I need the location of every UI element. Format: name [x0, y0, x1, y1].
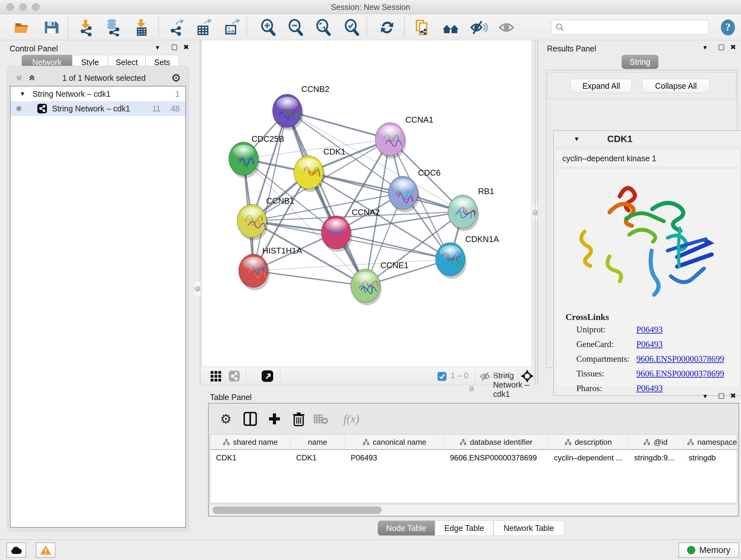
home-string-button[interactable] [441, 18, 460, 37]
table-cell[interactable]: P06493 [345, 451, 444, 464]
gene-header[interactable]: ▼ CDK1 [554, 131, 741, 147]
show-columns-button[interactable] [242, 411, 259, 427]
crosslink-link[interactable]: P06493 [636, 339, 663, 349]
table-hscrollbar[interactable] [210, 504, 737, 515]
table-panel-menu-icon[interactable]: ▾ [703, 392, 707, 400]
table-cell[interactable]: CDK1 [210, 451, 290, 464]
function-builder-button-disabled[interactable]: f(x) [337, 411, 366, 427]
network-node-cdc25b[interactable]: CDC25B [229, 134, 284, 178]
network-node-ccne1[interactable]: CCNE1 [351, 260, 408, 305]
fit-selected-button[interactable] [520, 369, 534, 384]
search-input[interactable] [551, 20, 709, 35]
table-cell[interactable]: CDK1 [290, 451, 345, 464]
node-table[interactable]: shared namename canonical name database … [210, 434, 737, 503]
table-panel-float-icon[interactable]: ▢ [718, 391, 725, 400]
create-column-button[interactable] [266, 411, 283, 427]
network-collection-row[interactable]: ▼ String Network – cdk1 1 [10, 86, 185, 101]
table-cell[interactable]: 9606.ENSP00000378699 [444, 451, 548, 464]
control-panel-float-icon[interactable]: ▢ [171, 43, 178, 51]
gene-section: ▼ CDK1 cyclin–dependent kinase 1 [553, 131, 741, 395]
collapse-all-icon[interactable] [14, 73, 24, 83]
network-node-ccnb1[interactable]: CCNB1 [237, 196, 294, 240]
refresh-icon [378, 18, 396, 37]
control-panel-menu-icon[interactable]: ▾ [156, 44, 159, 52]
memory-button[interactable]: Memory [678, 543, 739, 558]
tab-node-table[interactable]: Node Table [378, 520, 435, 536]
splitter-grip-horizontal[interactable] [467, 386, 476, 391]
column-header-namespace[interactable]: namespace [683, 435, 737, 450]
delete-table-button-disabled[interactable] [313, 411, 329, 427]
show-hidden-button[interactable] [497, 18, 516, 37]
panel-divider[interactable] [535, 40, 536, 385]
table-cell[interactable]: cyclin–dependent ... [548, 451, 628, 464]
tab-network-table[interactable]: Network Table [493, 520, 564, 536]
column-header-database-identifier[interactable]: database identifier [444, 435, 548, 450]
tree-expander-icon[interactable]: ▼ [19, 90, 25, 98]
crosslink-link[interactable]: P06493 [636, 325, 663, 334]
table-panel-close-icon[interactable]: ✖ [730, 392, 736, 400]
expand-all-button[interactable]: Expand All [570, 79, 632, 93]
panel-divider[interactable] [537, 40, 538, 385]
column-header-description[interactable]: description [548, 435, 628, 450]
control-panel-close-icon[interactable]: ✖ [183, 43, 189, 51]
warnings-button[interactable] [36, 543, 56, 558]
splitter-grip-left[interactable] [194, 281, 201, 296]
zoom-fit-button[interactable] [314, 18, 333, 37]
refresh-view-button[interactable] [378, 18, 396, 37]
crosslink-link[interactable]: 9606.ENSP00000378699 [636, 354, 724, 364]
table-cell[interactable]: stringdb:9... [628, 451, 683, 464]
import-table-button[interactable] [132, 18, 151, 37]
hide-unhide-button[interactable] [469, 18, 488, 37]
cloud-button[interactable] [6, 543, 26, 558]
network-node-hist1h1a[interactable]: HIST1H1A [239, 246, 302, 290]
tab-string[interactable]: String [622, 55, 658, 69]
table-cell[interactable]: stringdb [683, 451, 737, 464]
hidden-toggle[interactable] [479, 371, 491, 383]
selected-checkbox[interactable] [437, 372, 447, 382]
import-network-database-button[interactable] [104, 18, 122, 37]
zoom-in-button[interactable] [259, 18, 278, 37]
results-panel-menu-icon[interactable]: ▾ [703, 44, 707, 52]
column-header-name[interactable]: name [290, 435, 345, 450]
import-network-file-button[interactable] [77, 18, 95, 37]
export-network-button[interactable] [166, 18, 185, 37]
export-table-button[interactable] [194, 18, 212, 37]
network-row-selected[interactable]: String Network – cdk1 11 48 [10, 101, 185, 116]
gene-description: cyclin–dependent kinase 1 [556, 149, 741, 167]
open-session-button[interactable] [13, 18, 31, 37]
hscroll-thumb[interactable] [212, 506, 382, 514]
network-options-gear-icon[interactable]: ⚙ [172, 71, 181, 84]
network-node-ccnb2[interactable]: CCNB2 [273, 84, 329, 130]
delete-columns-button[interactable] [290, 411, 307, 427]
crosslink-link[interactable]: 9606.ENSP00000378699 [636, 369, 724, 379]
network-node-cdkn1a[interactable]: CDKN1A [435, 234, 499, 279]
expand-all-icon[interactable] [27, 73, 37, 83]
results-panel-close-icon[interactable]: ✖ [730, 43, 736, 51]
detach-view-button[interactable] [261, 370, 274, 384]
birdseye-grid-button[interactable] [210, 370, 221, 383]
network-node-ccna1[interactable]: CCNA1 [375, 115, 433, 159]
column-header-@id[interactable]: @id [628, 435, 683, 450]
import-table-icon [132, 18, 150, 37]
network-node-cdc6[interactable]: CDC6 [388, 168, 441, 212]
save-session-button[interactable] [42, 18, 61, 37]
tab-edge-table[interactable]: Edge Table [435, 520, 493, 536]
network-overview-button[interactable] [228, 370, 240, 383]
clone-network-button[interactable] [413, 18, 431, 37]
export-image-button[interactable] [222, 18, 240, 37]
panel-divider[interactable] [200, 40, 200, 385]
network-graph[interactable]: CCNB2CCNA1CDC25BCDK1CDC6RB1CCNB1CCNA2CDK… [202, 40, 531, 366]
results-panel-float-icon[interactable]: ▢ [718, 43, 725, 51]
network-canvas[interactable]: CCNB2CCNA1CDC25BCDK1CDC6RB1CCNB1CCNA2CDK… [201, 40, 531, 367]
zoom-out-button[interactable] [286, 18, 305, 37]
collapse-all-button[interactable]: Collapse All [642, 79, 710, 93]
zoom-selected-button[interactable] [343, 18, 361, 37]
column-header-canonical-name[interactable]: canonical name [345, 435, 444, 450]
gene-expander-icon[interactable]: ▼ [574, 135, 580, 143]
network-node-rb1[interactable]: RB1 [448, 186, 494, 231]
help-button[interactable]: ? [719, 18, 737, 37]
column-header-shared-name[interactable]: shared name [210, 435, 290, 450]
table-options-gear-icon[interactable]: ⚙ [218, 411, 234, 427]
control-panel-title: Control Panel [10, 44, 58, 53]
current-network-dot [16, 106, 21, 111]
